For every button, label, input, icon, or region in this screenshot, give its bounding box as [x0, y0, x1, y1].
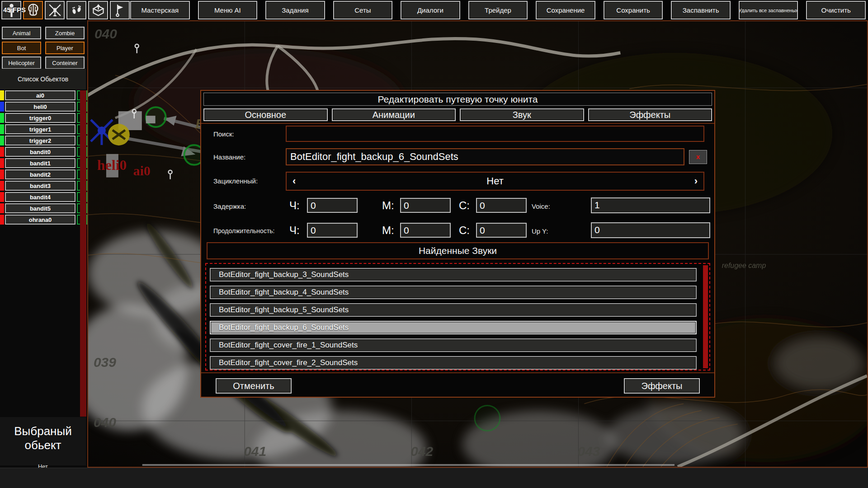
object-list-header: Список Обьектов	[0, 69, 86, 89]
object-button-bandit2[interactable]: bandit2	[5, 169, 75, 179]
tab-звук[interactable]: Звук	[460, 108, 584, 121]
object-color-bar	[0, 203, 4, 213]
sound-item[interactable]: BotEditor_fight_backup_3_SoundSets	[210, 268, 697, 282]
toolbar-button-сохранить[interactable]: Сохранить	[604, 1, 663, 19]
waypoint-edit-dialog: Редактировать путевую точку юнита Основн…	[200, 90, 715, 398]
object-row-ohrana0: ohrana0	[0, 215, 87, 225]
loop-label: Зацикленный:	[213, 177, 258, 185]
object-color-bar	[0, 147, 4, 157]
sound-item[interactable]: BotEditor_fight_backup_5_SoundSets	[210, 303, 697, 317]
object-button-trigger0[interactable]: trigger0	[5, 113, 75, 123]
object-button-bandit5[interactable]: bandit5	[5, 203, 75, 213]
object-color-bar	[0, 124, 4, 134]
tab-анимации[interactable]: Анимации	[332, 108, 456, 121]
toolbar-button-group: МастерскаяМеню AIЗаданияСетыДиалогиТрейд…	[130, 1, 866, 19]
category-button-grid: AnimalZombieBotPlayerHelicopterConteiner	[2, 27, 85, 69]
object-button-ai0[interactable]: ai0	[5, 90, 75, 100]
voice-label: Voice:	[532, 202, 550, 210]
object-button-trigger2[interactable]: trigger2	[5, 136, 75, 145]
object-button-trigger1[interactable]: trigger1	[5, 124, 75, 134]
category-button-helicopter[interactable]: Helicopter	[2, 56, 41, 69]
toolbar-button-мастерская[interactable]: Мастерская	[130, 1, 190, 19]
toolbar-button-заспавнить[interactable]: Заспавнить	[671, 1, 731, 19]
toolbar-button-сеты[interactable]: Сеты	[333, 1, 393, 19]
toolbar-icon-group	[1, 1, 130, 19]
ai-brain-icon[interactable]	[23, 1, 43, 19]
object-row-trigger1: trigger1	[0, 124, 87, 134]
object-color-bar	[0, 192, 4, 202]
search-input[interactable]	[286, 126, 704, 142]
loop-selector[interactable]: ‹ Нет ›	[286, 172, 704, 191]
toolbar-button-удалить-все-заспавненых[interactable]: Удалить все заспавненых	[739, 1, 798, 19]
person-icon[interactable]	[1, 1, 21, 19]
delay-label: Задержка:	[213, 202, 246, 210]
grid-label-040: 040	[94, 415, 116, 430]
grid-label-top: 040	[94, 26, 117, 41]
duration-minutes-label: М:	[382, 224, 394, 237]
delay-minutes-input[interactable]: 0	[400, 198, 451, 213]
toolbar-button-меню-ai[interactable]: Меню AI	[198, 1, 258, 19]
sound-item[interactable]: BotEditor_fight_cover_fire_2_SoundSets	[210, 356, 697, 370]
category-button-bot[interactable]: Bot	[2, 42, 41, 54]
toolbar-button-очистить[interactable]: Очистить	[806, 1, 866, 19]
grid-label-043: 043	[577, 444, 600, 459]
duration-minutes-input[interactable]: 0	[400, 223, 451, 238]
upy-label: Up Y:	[532, 227, 548, 235]
footprints-icon[interactable]	[66, 1, 86, 19]
duration-seconds-label: С:	[459, 224, 470, 237]
dialog-tab-bar: ОсновноеАнимацииЗвукЭффекты	[203, 108, 712, 121]
object-color-bar	[0, 181, 4, 191]
voice-input[interactable]: 1	[591, 197, 710, 213]
helicopter-icon[interactable]	[45, 1, 65, 19]
object-row-trigger0: trigger0	[0, 113, 87, 123]
effects-button[interactable]: Эффекты	[624, 378, 700, 394]
category-button-animal[interactable]: Animal	[2, 27, 41, 39]
category-button-player[interactable]: Player	[45, 42, 85, 54]
sound-item[interactable]: BotEditor_fight_backup_6_SoundSets	[210, 321, 697, 334]
object-button-bandit0[interactable]: bandit0	[5, 147, 75, 157]
category-button-zombie[interactable]: Zombie	[45, 27, 85, 39]
object-button-bandit3[interactable]: bandit3	[5, 181, 75, 191]
object-row-bandit5: bandit5	[0, 203, 87, 213]
cancel-button[interactable]: Отменить	[216, 378, 292, 394]
object-button-bandit4[interactable]: bandit4	[5, 192, 75, 202]
object-button-bandit1[interactable]: bandit1	[5, 158, 75, 168]
sound-list-scrollbar[interactable]	[703, 265, 708, 368]
left-sidebar: AnimalZombieBotPlayerHelicopterConteiner…	[0, 20, 87, 468]
object-button-heli0[interactable]: heli0	[5, 102, 75, 112]
object-row-heli0: heli0	[0, 102, 87, 112]
toolbar-button-задания[interactable]: Задания	[265, 1, 325, 19]
object-row-bandit0: bandit0	[0, 147, 87, 157]
duration-label: Продолжительность:	[213, 227, 274, 235]
search-label: Поиск:	[213, 130, 234, 138]
duration-seconds-input[interactable]: 0	[476, 223, 527, 238]
name-input[interactable]: BotEditor_fight_backup_6_SoundSets	[286, 148, 684, 165]
name-label: Название:	[213, 153, 245, 161]
map-label-heli0: heli0	[97, 157, 127, 173]
sound-item[interactable]: BotEditor_fight_cover_fire_1_SoundSets	[210, 338, 697, 352]
flag-icon[interactable]	[110, 1, 130, 19]
object-color-bar	[0, 113, 4, 123]
loop-next-arrow[interactable]: ›	[694, 175, 698, 187]
toolbar-button-сохранение[interactable]: Сохранение	[536, 1, 595, 19]
object-list: ai0heli0trigger0trigger1trigger2bandit0b…	[0, 90, 87, 226]
object-button-ohrana0[interactable]: ohrana0	[5, 215, 75, 225]
object-color-bar	[0, 169, 4, 179]
duration-hours-input[interactable]: 0	[307, 223, 358, 238]
delay-hours-input[interactable]: 0	[307, 198, 358, 213]
spawn-box-icon[interactable]	[88, 1, 108, 19]
clear-name-button[interactable]: x	[689, 150, 707, 164]
upy-input[interactable]: 0	[591, 222, 710, 238]
toolbar-button-диалоги[interactable]: Диалоги	[401, 1, 460, 19]
delay-seconds-input[interactable]: 0	[476, 198, 527, 213]
grid-label-039: 039	[94, 355, 116, 370]
object-list-scrollbar[interactable]	[80, 90, 86, 417]
loop-prev-arrow[interactable]: ‹	[292, 175, 296, 187]
top-toolbar: 45 FPS МастерскаяМеню AIЗаданияСетыДиало…	[0, 0, 868, 20]
tab-основное[interactable]: Основное	[203, 108, 328, 121]
toolbar-button-трейдер[interactable]: Трейдер	[468, 1, 528, 19]
category-button-conteiner[interactable]: Conteiner	[45, 56, 85, 69]
sound-item[interactable]: BotEditor_fight_backup_4_SoundSets	[210, 286, 697, 299]
loop-value: Нет	[287, 173, 703, 190]
tab-эффекты[interactable]: Эффекты	[588, 108, 712, 121]
